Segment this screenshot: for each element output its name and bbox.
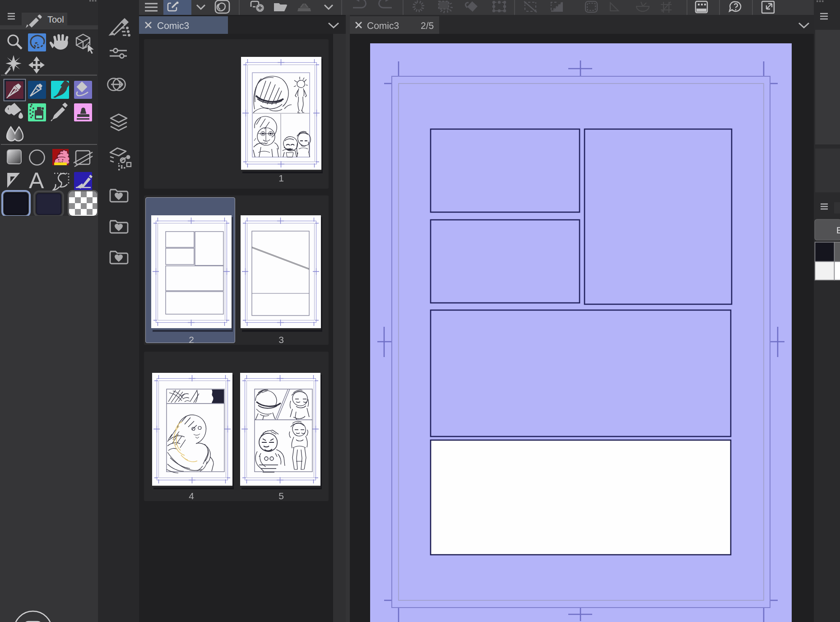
svg-text:Comic3: Comic3 [157, 21, 189, 31]
svg-text:Tool: Tool [47, 15, 64, 25]
svg-text:2/5: 2/5 [421, 21, 434, 31]
svg-text:Comic3: Comic3 [367, 21, 399, 31]
svg-text:E: E [836, 226, 840, 236]
svg-text:A: A [29, 168, 44, 193]
